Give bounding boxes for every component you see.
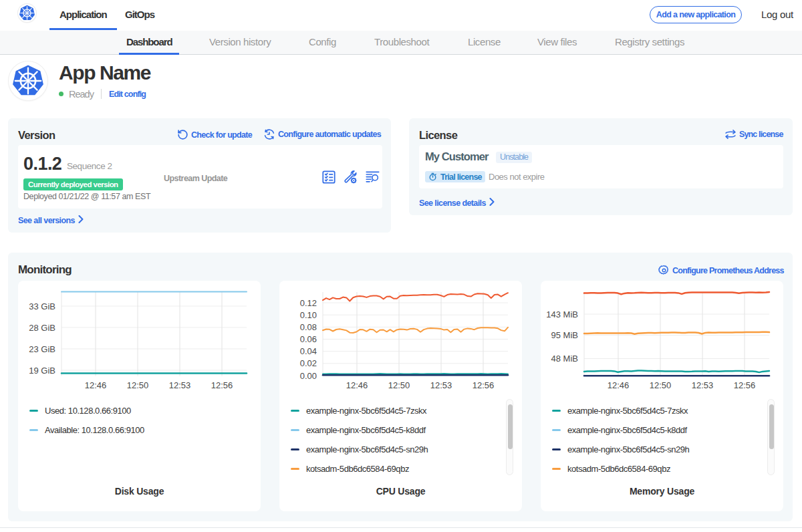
svg-text:12:46: 12:46 (85, 380, 107, 390)
svg-text:0.10: 0.10 (300, 310, 317, 320)
svg-text:0.02: 0.02 (300, 358, 317, 368)
svg-text:23 GiB: 23 GiB (29, 344, 55, 354)
svg-text:12:50: 12:50 (650, 380, 672, 390)
svg-text:12:56: 12:56 (473, 380, 495, 390)
svg-text:12:46: 12:46 (608, 380, 630, 390)
svg-text:143 MiB: 143 MiB (546, 309, 578, 319)
svg-text:28 GiB: 28 GiB (29, 323, 55, 333)
svg-text:12:46: 12:46 (346, 380, 368, 390)
svg-text:0.04: 0.04 (300, 346, 317, 356)
svg-text:95 MiB: 95 MiB (551, 330, 578, 340)
svg-text:12:50: 12:50 (127, 380, 149, 390)
svg-text:0.00: 0.00 (300, 371, 317, 381)
svg-text:0.12: 0.12 (300, 298, 317, 308)
svg-text:19 GiB: 19 GiB (29, 366, 55, 376)
svg-text:48 MiB: 48 MiB (551, 354, 578, 364)
svg-text:0.06: 0.06 (300, 334, 317, 344)
svg-text:12:53: 12:53 (169, 380, 191, 390)
svg-text:12:53: 12:53 (430, 380, 452, 390)
svg-text:12:56: 12:56 (734, 380, 756, 390)
svg-text:33 GiB: 33 GiB (29, 301, 55, 311)
svg-text:0.08: 0.08 (300, 322, 317, 332)
svg-text:12:56: 12:56 (211, 380, 233, 390)
svg-text:12:50: 12:50 (388, 380, 410, 390)
svg-text:12:53: 12:53 (692, 380, 714, 390)
